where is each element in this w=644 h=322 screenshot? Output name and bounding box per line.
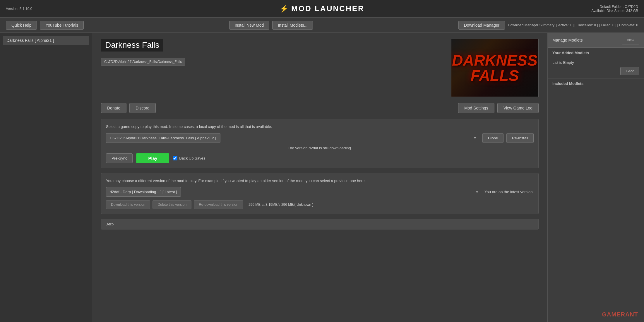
modlets-view-button[interactable]: View	[622, 36, 639, 44]
header: Version: 5.1.10.0 ⚡ MOD LAUNCHER Default…	[0, 0, 644, 18]
reinstall-button[interactable]: Re-Install	[506, 133, 534, 143]
content-area: Darkness Falls C:\7D2D\Alpha21\Darkness_…	[92, 33, 547, 322]
mod-header: Darkness Falls C:\7D2D\Alpha21\Darkness_…	[101, 39, 539, 97]
version-speed: 296 MB at 3.19MB/s 296 MB/( Unknown )	[249, 203, 313, 207]
game-copy-panel: Select a game copy to play this mod. In …	[101, 119, 539, 168]
main-layout: Darkness Falls [ Alpha21 ] Darkness Fall…	[0, 33, 644, 322]
mod-settings-button[interactable]: Mod Settings	[458, 103, 494, 113]
version-select-row: d2daf - Derp [ Downloading... ] [ Latest…	[106, 187, 534, 197]
downloading-notice: The version d2daf is still downloading.	[106, 146, 534, 150]
modlets-add-button[interactable]: + Add	[620, 67, 639, 75]
modlets-title: Manage Modlets	[552, 38, 583, 42]
mod-info: Darkness Falls C:\7D2D\Alpha21\Darkness_…	[101, 39, 445, 66]
delete-version-button[interactable]: Delete this version	[153, 200, 191, 209]
header-info: Default Folder : C:\7D2D Available Disk …	[591, 5, 638, 13]
disk-space: Available Disk Space: 342 GB	[591, 9, 638, 13]
logo-text: MOD LAUNCHER	[291, 4, 364, 13]
app-version: Version: 5.1.10.0	[6, 7, 32, 11]
install-modlets-button[interactable]: Install Modlets...	[272, 21, 313, 30]
modlets-included-title: Included Modlets	[548, 78, 644, 89]
backup-label[interactable]: Back Up Saves	[173, 156, 205, 160]
modlets-header: Manage Modlets View	[548, 33, 644, 48]
modlets-list-empty: List is Empty	[548, 58, 644, 67]
game-copy-description: Select a game copy to play this mod. In …	[106, 124, 534, 130]
version-buttons-row: Download this version Delete this versio…	[106, 200, 534, 209]
game-copy-select-row: C:\7D2D\Alpha21\Darkness_Falls\Darkness_…	[106, 133, 534, 143]
play-row: Pre-Sync Play Back Up Saves	[106, 153, 534, 163]
game-copy-select-wrapper: C:\7D2D\Alpha21\Darkness_Falls\Darkness_…	[106, 133, 479, 143]
derp-note: Derp	[101, 219, 539, 229]
donate-button[interactable]: Donate	[101, 103, 126, 113]
download-summary: Download Manager Summary: [ Active: 1 ] …	[508, 23, 638, 27]
watermark: GAMERANT	[602, 311, 638, 318]
toolbar: Quick Help YouTube Tutorials Install New…	[0, 18, 644, 33]
youtube-tutorials-button[interactable]: YouTube Tutorials	[40, 21, 84, 30]
app-logo: ⚡ MOD LAUNCHER	[280, 4, 364, 13]
version-status: You are on the latest version.	[484, 190, 534, 194]
discord-button[interactable]: Discord	[129, 103, 155, 113]
watermark-part2: RANT	[621, 311, 638, 318]
quick-help-button[interactable]: Quick Help	[6, 21, 37, 30]
version-select-wrapper: d2daf - Derp [ Downloading... ] [ Latest…	[106, 187, 482, 197]
mod-thumbnail-text: DARKNESS FALLS	[452, 53, 537, 83]
backup-text: Back Up Saves	[179, 156, 205, 160]
install-new-mod-button[interactable]: Install New Mod	[229, 21, 270, 30]
sidebar-item-darkness-falls[interactable]: Darkness Falls [ Alpha21 ]	[3, 36, 89, 45]
clone-button[interactable]: Clone	[482, 133, 503, 143]
version-dropdown[interactable]: d2daf - Derp [ Downloading... ] [ Latest…	[106, 187, 181, 197]
play-button[interactable]: Play	[136, 153, 169, 163]
modlets-added-title: Your Added Modlets	[548, 48, 644, 58]
version-panel: You may choose a different version of th…	[101, 173, 539, 214]
mod-path: C:\7D2D\Alpha21\Darkness_Falls\Darkness_…	[101, 58, 185, 66]
thumbnail-line2: FALLS	[452, 68, 537, 83]
watermark-part1: GAME	[602, 311, 621, 318]
redownload-version-button[interactable]: Re-download this version	[194, 200, 243, 209]
download-manager-button[interactable]: Download Manager	[458, 21, 505, 30]
version-description: You may choose a different version of th…	[106, 178, 534, 184]
presync-button[interactable]: Pre-Sync	[106, 153, 133, 163]
sidebar: Darkness Falls [ Alpha21 ]	[0, 33, 92, 322]
view-game-log-button[interactable]: View Game Log	[497, 103, 539, 113]
action-row: Donate Discord Mod Settings View Game Lo…	[101, 103, 539, 113]
default-folder: Default Folder : C:\7D2D	[591, 5, 638, 9]
backup-checkbox[interactable]	[173, 156, 177, 160]
game-copy-dropdown[interactable]: C:\7D2D\Alpha21\Darkness_Falls\Darkness_…	[106, 133, 220, 143]
modlets-panel: Manage Modlets View Your Added Modlets L…	[547, 33, 644, 322]
mod-thumbnail: DARKNESS FALLS	[451, 39, 539, 97]
lightning-icon: ⚡	[280, 5, 288, 13]
mod-title: Darkness Falls	[101, 39, 163, 52]
download-version-button[interactable]: Download this version	[106, 200, 150, 209]
thumbnail-line1: DARKNESS	[452, 53, 537, 68]
